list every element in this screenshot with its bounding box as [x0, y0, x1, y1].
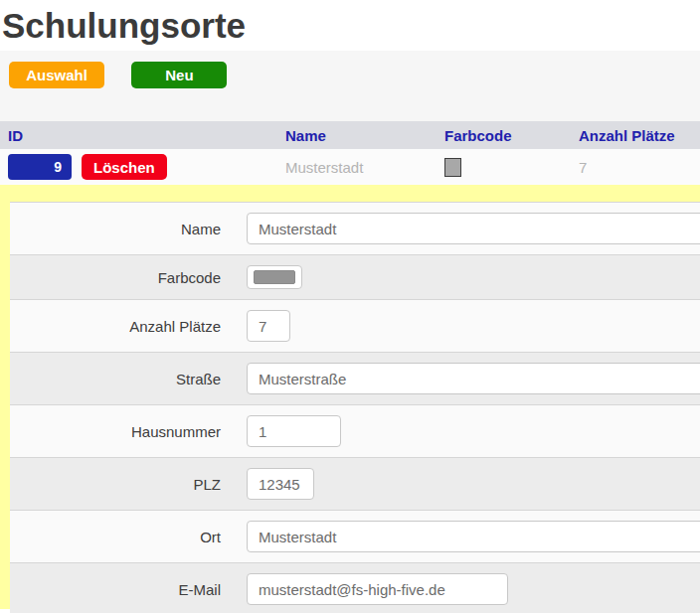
ort-input[interactable]	[247, 521, 700, 552]
form-row-ort: Ort	[10, 511, 700, 563]
form-row-anzahl-plaetze: Anzahl Plätze	[10, 300, 700, 353]
page-title: Schulungsorte	[0, 0, 700, 51]
farbcode-label: Farbcode	[10, 269, 221, 286]
farbcode-swatch	[444, 158, 461, 177]
strasse-label: Straße	[10, 371, 221, 387]
neu-button[interactable]: Neu	[131, 62, 227, 88]
edit-form-section: Name Farbcode Anzahl Plätze Straße	[0, 185, 700, 609]
hausnummer-label: Hausnummer	[10, 423, 221, 440]
plz-input[interactable]	[247, 468, 314, 500]
auswahl-button[interactable]: Auswahl	[9, 62, 104, 88]
plz-label: PLZ	[10, 476, 221, 493]
farbcode-color-input[interactable]	[247, 265, 302, 289]
table-header-row: ID Name Farbcode Anzahl Plätze	[0, 121, 700, 149]
form-row-email: E-Mail	[10, 563, 700, 613]
table-cell-name: Musterstadt	[285, 159, 444, 176]
anzahl-plaetze-label: Anzahl Plätze	[10, 318, 221, 335]
email-input[interactable]	[247, 573, 508, 605]
form-row-hausnummer: Hausnummer	[10, 405, 700, 458]
id-badge[interactable]: 9	[8, 154, 72, 180]
form-row-farbcode: Farbcode	[10, 255, 700, 300]
ort-label: Ort	[10, 529, 221, 545]
form-row-strasse: Straße	[10, 353, 700, 405]
strasse-input[interactable]	[247, 363, 700, 394]
column-header-id: ID	[0, 127, 285, 144]
schulungsorte-page: Schulungsorte Auswahl Neu ID Name Farbco…	[0, 0, 700, 613]
edit-form: Name Farbcode Anzahl Plätze Straße	[10, 202, 700, 613]
name-label: Name	[10, 221, 221, 237]
table-cell-anzahl-plaetze: 7	[579, 159, 700, 176]
anzahl-plaetze-input[interactable]	[247, 310, 290, 342]
hausnummer-input[interactable]	[247, 415, 341, 447]
form-row-name: Name	[10, 203, 700, 255]
delete-button[interactable]: Löschen	[82, 154, 167, 180]
email-label: E-Mail	[10, 581, 221, 598]
toolbar: Auswahl Neu	[0, 51, 700, 121]
column-header-name: Name	[285, 127, 444, 144]
table-cell-farbcode	[444, 157, 579, 177]
column-header-farbcode: Farbcode	[444, 127, 579, 144]
name-input[interactable]	[247, 213, 700, 244]
form-row-plz: PLZ	[10, 458, 700, 511]
column-header-anzahl-plaetze: Anzahl Plätze	[579, 127, 700, 144]
table-row: 9 Löschen Musterstadt 7	[0, 149, 700, 185]
table-cell-id: 9 Löschen	[0, 154, 285, 180]
farbcode-color-fill	[254, 270, 295, 284]
